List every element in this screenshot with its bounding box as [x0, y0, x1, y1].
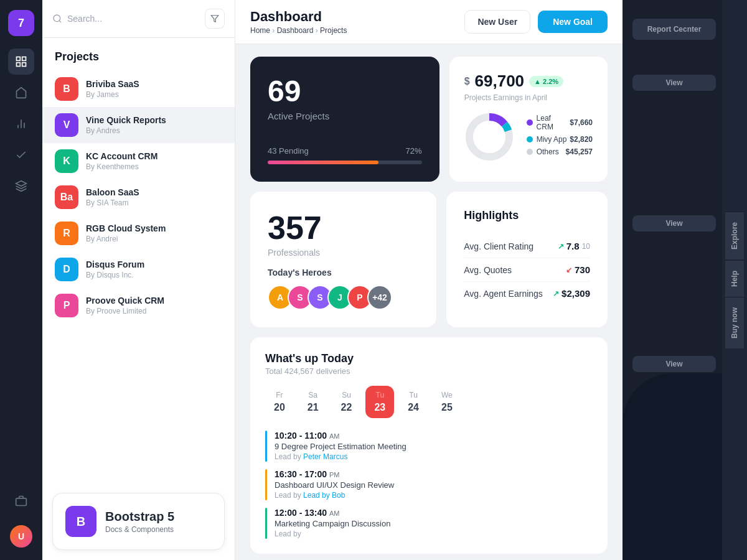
event-time: 12:00 - 13:40 AM [275, 508, 593, 518]
active-projects-count: 69 [268, 74, 422, 108]
event-bar [265, 469, 267, 500]
heroes-avatars: ASSJP+42 [268, 285, 419, 310]
legend-dot [527, 149, 533, 155]
legend-value: $7,660 [570, 118, 593, 127]
earnings-amount: 69,700 [475, 72, 525, 91]
highlight-value: ↙ 730 [566, 264, 590, 275]
day-number: 25 [441, 402, 453, 413]
svg-rect-1 [22, 57, 26, 61]
project-author: By Disqus Inc. [86, 271, 222, 279]
user-badge[interactable]: 7 [8, 10, 34, 36]
legend-item: Mivy App $2,820 [527, 135, 593, 144]
calendar-day[interactable]: Tu 23 [365, 386, 394, 418]
event-name: 9 Degree Project Estimation Meeting [275, 442, 593, 451]
pending-label: 43 Pending [268, 146, 309, 156]
report-center-button[interactable]: Report Cecnter [632, 19, 716, 40]
project-icon: P [55, 294, 78, 317]
legend-dot [527, 119, 533, 126]
event-bar [265, 431, 267, 462]
search-input[interactable] [67, 14, 200, 24]
project-author: By SIA Team [86, 198, 222, 207]
right-panel: Report Cecnter ExploreHelpBuy now View V… [622, 0, 747, 560]
side-tabs: ExploreHelpBuy now [722, 0, 747, 560]
day-number: 20 [274, 402, 285, 413]
project-item[interactable]: Ba Baloon SaaS By SIA Team [42, 179, 235, 215]
project-item[interactable]: V Vine Quick Reports By Andres [42, 107, 235, 143]
sidebar-icon-briefcase[interactable] [8, 488, 34, 514]
day-name: Su [342, 391, 351, 399]
bootstrap-card[interactable]: B Bootstrap 5 Docs & Components [52, 493, 225, 550]
event-lead: Lead by Lead by Bob [275, 491, 593, 500]
professionals-count: 357 [268, 209, 419, 246]
progress-fill [268, 161, 378, 164]
new-goal-button[interactable]: New Goal [538, 11, 608, 33]
panel-tab[interactable]: Help [725, 260, 744, 297]
project-icon: Ba [55, 185, 78, 209]
event-content: 12:00 - 13:40 AM Marketing Campaign Disc… [275, 508, 593, 538]
hero-avatar: +42 [367, 285, 392, 310]
project-icon: V [55, 113, 78, 137]
search-icon [52, 14, 62, 24]
filter-button[interactable] [205, 9, 225, 29]
calendar-day[interactable]: Fr 20 [265, 386, 294, 418]
highlight-row: Avg. Agent Earnings ↗ $2,309 [464, 282, 590, 305]
sidebar-icon-chart[interactable] [8, 111, 34, 137]
day-number: 23 [374, 402, 385, 413]
active-projects-card: 69 Active Projects 43 Pending 72% [250, 57, 439, 182]
project-item[interactable]: P Proove Quick CRM By Proove Limited [42, 287, 235, 324]
project-author: By James [86, 90, 222, 99]
project-item[interactable]: D Disqus Forum By Disqus Inc. [42, 251, 235, 287]
earnings-top: $ 69,700 ▲ 2.2% [464, 72, 593, 91]
sidebar-icon-dashboard[interactable] [8, 80, 34, 106]
panel-tab[interactable]: Buy now [725, 297, 744, 348]
project-item[interactable]: B Briviba SaaS By James [42, 71, 235, 107]
calendar-day[interactable]: Tu 24 [399, 386, 428, 418]
event-item: 12:00 - 13:40 AM Marketing Campaign Disc… [265, 508, 593, 539]
calendar-days: Fr 20 Sa 21 Su 22 Tu 23 Tu 24 We 25 [265, 386, 593, 418]
header-left: Dashboard Home › Dashboard › Projects [250, 9, 347, 35]
day-number: 24 [408, 402, 419, 413]
top-row: 69 Active Projects 43 Pending 72% $ 69,7… [250, 57, 608, 182]
professionals-label: Professionals [268, 248, 419, 258]
panel-tab[interactable]: Explore [725, 212, 744, 259]
earnings-legend: Leaf CRM $7,660 Mivy App $2,820 Others $… [527, 114, 593, 160]
user-avatar[interactable]: U [10, 525, 32, 548]
trend-up-icon: ↗ [553, 289, 559, 298]
page-title: Dashboard [250, 9, 347, 25]
new-user-button[interactable]: New User [464, 10, 530, 34]
svg-rect-0 [17, 57, 21, 61]
calendar-subtitle: Total 424,567 deliveries [265, 366, 593, 376]
events-list: 10:20 - 11:00 AM 9 Degree Project Estima… [265, 431, 593, 539]
svg-marker-12 [211, 16, 218, 22]
view-button-2[interactable]: View [632, 215, 716, 231]
highlight-value: ↗ $2,309 [553, 288, 590, 299]
event-lead: Lead by [275, 530, 593, 538]
event-ampm: AM [329, 432, 340, 440]
calendar-day[interactable]: We 25 [433, 386, 461, 418]
project-author: By Andres [86, 126, 222, 135]
event-lead-link[interactable]: Lead by Bob [303, 491, 345, 500]
day-number: 22 [341, 402, 352, 413]
breadcrumb: Home › Dashboard › Projects [250, 26, 347, 35]
project-item[interactable]: K KC Account CRM By Keenthemes [42, 143, 235, 179]
day-name: Fr [276, 391, 283, 399]
donut-chart [464, 112, 514, 162]
legend-value: $2,820 [570, 135, 593, 144]
legend-item: Others $45,257 [527, 147, 593, 156]
project-name: Briviba SaaS [86, 79, 222, 89]
sidebar-icon-layers[interactable] [8, 173, 34, 199]
header: Dashboard Home › Dashboard › Projects Ne… [235, 0, 622, 44]
sidebar-icon-check[interactable] [8, 142, 34, 168]
view-button-1[interactable]: View [632, 75, 716, 91]
sidebar-icon-grid[interactable] [8, 49, 34, 75]
calendar-day[interactable]: Sa 21 [299, 386, 327, 418]
event-time: 10:20 - 11:00 AM [275, 431, 593, 441]
project-name: Vine Quick Reports [86, 115, 222, 125]
project-item[interactable]: R RGB Cloud System By Andrei [42, 215, 235, 251]
event-lead-link[interactable]: Peter Marcus [303, 452, 347, 461]
svg-rect-3 [22, 63, 26, 67]
calendar-day[interactable]: Su 22 [332, 386, 361, 418]
view-button-3[interactable]: View [632, 356, 716, 372]
main-content: Dashboard Home › Dashboard › Projects Ne… [235, 0, 622, 560]
project-name: RGB Cloud System [86, 223, 222, 233]
